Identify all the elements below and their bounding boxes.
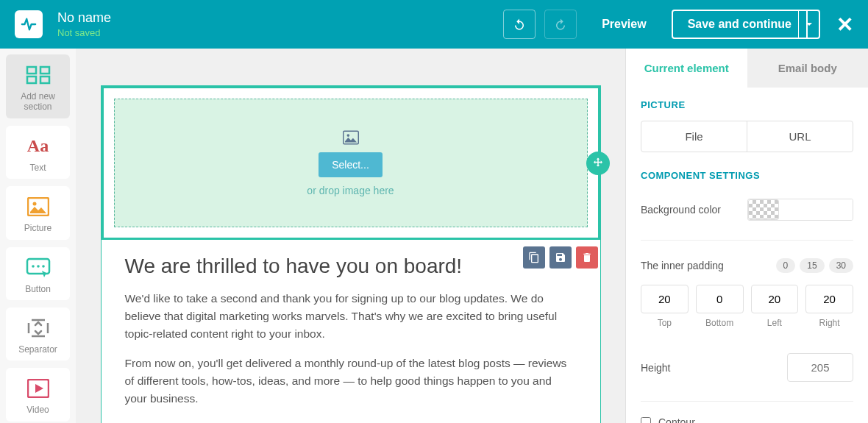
component-settings-heading: COMPONENT SETTINGS xyxy=(641,170,853,181)
svg-point-8 xyxy=(37,265,40,268)
picture-tab-url[interactable]: URL xyxy=(747,121,853,152)
undo-icon xyxy=(513,18,526,31)
email-heading[interactable]: We are thrilled to have you on board! xyxy=(125,255,577,278)
preview-button[interactable]: Preview xyxy=(586,10,662,39)
redo-icon xyxy=(554,18,567,31)
image-placeholder-icon xyxy=(343,130,359,145)
padding-bottom-input[interactable] xyxy=(696,285,744,313)
sidebar-add-section[interactable]: Add new section xyxy=(6,54,70,118)
grid-icon xyxy=(10,63,65,87)
svg-point-12 xyxy=(346,134,349,137)
image-drop-zone[interactable]: Select... or drop image here xyxy=(114,99,588,227)
padding-right-input[interactable] xyxy=(805,285,853,313)
padding-top-input[interactable] xyxy=(641,285,689,313)
svg-point-9 xyxy=(42,265,45,268)
header-title-group: No name Not saved xyxy=(57,10,503,38)
padding-left-input[interactable] xyxy=(751,285,799,313)
properties-panel: Current element Email body PICTURE File … xyxy=(625,49,868,423)
sidebar-item-label: Picture xyxy=(10,223,65,233)
document-title[interactable]: No name xyxy=(57,10,503,26)
svg-rect-2 xyxy=(27,77,36,83)
padding-sub-label: Right xyxy=(805,318,853,328)
caret-down-icon xyxy=(805,21,813,28)
contour-checkbox[interactable] xyxy=(641,417,651,423)
trash-icon xyxy=(581,252,593,263)
picture-source-tabs: File URL xyxy=(641,121,853,152)
email-document[interactable]: Select... or drop image here xyxy=(101,85,601,423)
picture-icon xyxy=(10,195,65,218)
sidebar-text[interactable]: Aa Text xyxy=(6,126,70,179)
save-icon xyxy=(555,252,566,263)
copy-icon xyxy=(528,252,540,263)
svg-rect-1 xyxy=(40,67,49,74)
svg-point-7 xyxy=(32,265,35,268)
sidebar-item-label: Add new section xyxy=(10,91,65,113)
preset-pill[interactable]: 0 xyxy=(776,258,796,273)
editor-canvas[interactable]: Select... or drop image here xyxy=(76,49,625,423)
save-continue-button[interactable]: Save and continue xyxy=(672,10,808,39)
sidebar-item-label: Button xyxy=(10,284,65,294)
preset-pill[interactable]: 15 xyxy=(800,258,824,273)
padding-sub-label: Top xyxy=(641,318,689,328)
app-logo xyxy=(15,10,43,38)
separator-icon xyxy=(10,316,65,340)
email-paragraph[interactable]: From now on, you'll get delivered a mont… xyxy=(125,355,577,408)
padding-presets: 0 15 30 xyxy=(776,258,853,273)
button-icon xyxy=(10,256,65,280)
svg-rect-3 xyxy=(40,77,49,83)
pulse-icon xyxy=(21,16,37,32)
selected-picture-block[interactable]: Select... or drop image here xyxy=(102,86,600,240)
redo-button[interactable] xyxy=(544,10,577,39)
text-icon: Aa xyxy=(10,135,65,158)
picture-tab-file[interactable]: File xyxy=(641,121,747,152)
bg-color-picker[interactable] xyxy=(747,199,853,221)
padding-sub-label: Left xyxy=(751,318,799,328)
sidebar-button[interactable]: Button xyxy=(6,247,70,300)
sidebar-separator[interactable]: Separator xyxy=(6,308,70,360)
video-icon xyxy=(10,377,65,400)
save-status: Not saved xyxy=(57,27,503,38)
sidebar-item-label: Text xyxy=(10,163,65,173)
preset-pill[interactable]: 30 xyxy=(829,258,853,273)
close-button[interactable]: ✕ xyxy=(836,13,853,37)
sidebar-item-label: Video xyxy=(10,405,65,415)
header-actions: Preview Save and continue ✕ xyxy=(503,10,853,39)
email-paragraph[interactable]: We'd like to take a second and thank you… xyxy=(125,290,577,343)
contour-label: Contour xyxy=(658,416,695,423)
tab-email-body[interactable]: Email body xyxy=(747,49,869,88)
padding-sub-label: Bottom xyxy=(696,318,744,328)
app-header: No name Not saved Preview Save and conti… xyxy=(0,0,868,49)
duplicate-button[interactable] xyxy=(523,246,545,269)
save-dropdown-toggle[interactable] xyxy=(798,10,820,39)
padding-label: The inner padding xyxy=(641,260,724,271)
bg-color-label: Background color xyxy=(641,204,721,216)
component-sidebar: Add new section Aa Text Picture Button S… xyxy=(0,49,76,423)
contour-row[interactable]: Contour xyxy=(626,408,868,423)
svg-rect-0 xyxy=(27,67,36,74)
undo-button[interactable] xyxy=(503,10,536,39)
move-handle[interactable] xyxy=(586,152,610,175)
sidebar-video[interactable]: Video xyxy=(6,368,70,421)
height-input[interactable] xyxy=(787,353,853,382)
delete-button[interactable] xyxy=(576,246,598,269)
panel-tabs: Current element Email body xyxy=(626,49,868,88)
block-toolbar xyxy=(523,246,598,269)
sidebar-item-label: Separator xyxy=(10,344,65,355)
picture-section-heading: PICTURE xyxy=(641,99,853,110)
move-icon xyxy=(591,157,605,170)
sidebar-picture[interactable]: Picture xyxy=(6,186,70,239)
height-label: Height xyxy=(641,362,670,374)
save-block-button[interactable] xyxy=(549,246,572,269)
drop-hint: or drop image here xyxy=(307,185,394,196)
transparent-swatch[interactable] xyxy=(748,199,779,220)
select-image-button[interactable]: Select... xyxy=(319,152,383,177)
svg-point-5 xyxy=(32,202,36,206)
bg-color-input[interactable] xyxy=(779,199,853,220)
tab-current-element[interactable]: Current element xyxy=(626,49,747,88)
